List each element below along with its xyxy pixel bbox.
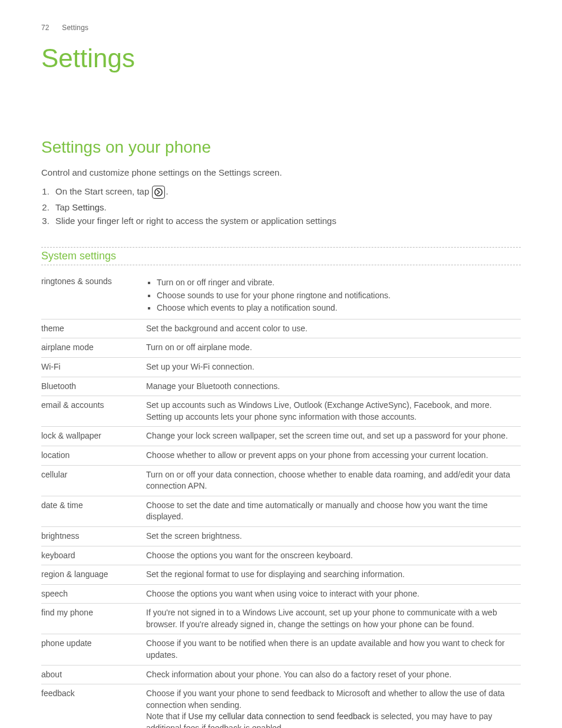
row-description: Choose if you want your phone to send fe…	[146, 684, 521, 728]
table-row: brightnessSet the screen brightness.	[41, 526, 521, 546]
table-row: lock & wallpaperChange your lock screen …	[41, 427, 521, 446]
page-number: 72	[41, 24, 49, 32]
row-description: Choose the options you want when using v…	[146, 584, 521, 604]
table-row: cellularTurn on or off your data connect…	[41, 465, 521, 496]
row-description: Set the regional format to use for displ…	[146, 565, 521, 585]
table-row: locationChoose whether to allow or preve…	[41, 446, 521, 465]
subsection-heading: System settings	[41, 247, 521, 265]
feedback-line2-bold: Use my cellular data connection to send …	[189, 711, 371, 721]
step-2-bold: Settings	[72, 202, 104, 212]
row-description: Set the background and accent color to u…	[146, 319, 521, 338]
row-description: Turn on or off your data connection, cho…	[146, 465, 521, 496]
page-title: Settings	[41, 44, 521, 73]
table-row: keyboardChoose the options you want for …	[41, 546, 521, 565]
row-description: Choose to set the date and time automati…	[146, 496, 521, 526]
row-label: brightness	[41, 526, 146, 546]
row-description: Change your lock screen wallpaper, set t…	[146, 427, 521, 446]
table-row: aboutCheck information about your phone.…	[41, 665, 521, 684]
row-label: phone update	[41, 634, 146, 665]
table-row: speechChoose the options you want when u…	[41, 584, 521, 604]
step-1: On the Start screen, tap .	[52, 186, 521, 199]
table-row: phone updateChoose if you want to be not…	[41, 634, 521, 665]
feedback-line2: Note that if Use my cellular data connec…	[146, 711, 516, 728]
table-row: date & timeChoose to set the date and ti…	[41, 496, 521, 526]
row-label: location	[41, 446, 146, 465]
row-label: Wi-Fi	[41, 357, 146, 377]
running-title: Settings	[62, 24, 88, 32]
list-item: Choose sounds to use for your phone ring…	[157, 290, 516, 302]
row-description: Set up your Wi-Fi connection.	[146, 357, 521, 377]
table-row: themeSet the background and accent color…	[41, 319, 521, 338]
row-bullets: Turn on or off ringer and vibrate.Choose…	[146, 277, 516, 314]
table-row: Wi-FiSet up your Wi-Fi connection.	[41, 357, 521, 377]
row-label: find my phone	[41, 604, 146, 634]
row-label: theme	[41, 319, 146, 338]
row-label: lock & wallpaper	[41, 427, 146, 446]
row-description: Choose if you want to be notified when t…	[146, 634, 521, 665]
table-row: feedbackChoose if you want your phone to…	[41, 684, 521, 728]
steps-list: On the Start screen, tap . Tap Settings.…	[52, 186, 521, 226]
arrow-right-circle-icon	[152, 186, 165, 199]
step-2-suffix: .	[104, 202, 107, 212]
row-label: region & language	[41, 565, 146, 585]
feedback-line2-prefix: Note that if	[146, 711, 189, 721]
row-description: Turn on or off airplane mode.	[146, 338, 521, 358]
row-description: Set up accounts such as Windows Live, Ou…	[146, 396, 521, 427]
step-3: Slide your finger left or right to acces…	[52, 216, 521, 226]
svg-point-0	[155, 189, 162, 196]
settings-table: ringtones & soundsTurn on or off ringer …	[41, 272, 521, 728]
table-row: airplane modeTurn on or off airplane mod…	[41, 338, 521, 358]
intro-paragraph: Control and customize phone settings on …	[41, 167, 521, 177]
row-label: email & accounts	[41, 396, 146, 427]
row-description: Check information about your phone. You …	[146, 665, 521, 684]
row-label: speech	[41, 584, 146, 604]
row-description: Choose whether to allow or prevent apps …	[146, 446, 521, 465]
list-item: Choose which events to play a notificati…	[157, 302, 516, 314]
row-description: Turn on or off ringer and vibrate.Choose…	[146, 272, 521, 319]
step-2: Tap Settings.	[52, 202, 521, 212]
feedback-line1: Choose if you want your phone to send fe…	[146, 688, 516, 711]
row-description: If you're not signed in to a Windows Liv…	[146, 604, 521, 634]
table-row: BluetoothManage your Bluetooth connectio…	[41, 377, 521, 396]
step-1-prefix: On the Start screen, tap	[55, 186, 151, 196]
row-description: Manage your Bluetooth connections.	[146, 377, 521, 396]
step-1-suffix: .	[166, 186, 168, 196]
list-item: Turn on or off ringer and vibrate.	[157, 277, 516, 289]
row-description: Set the screen brightness.	[146, 526, 521, 546]
page-header: 72 Settings	[41, 24, 521, 32]
table-row: region & languageSet the regional format…	[41, 565, 521, 585]
table-row: ringtones & soundsTurn on or off ringer …	[41, 272, 521, 319]
row-label: airplane mode	[41, 338, 146, 358]
row-label: cellular	[41, 465, 146, 496]
row-description: Choose the options you want for the onsc…	[146, 546, 521, 565]
section-heading: Settings on your phone	[41, 138, 521, 157]
row-label: Bluetooth	[41, 377, 146, 396]
row-label: about	[41, 665, 146, 684]
table-row: email & accountsSet up accounts such as …	[41, 396, 521, 427]
step-2-prefix: Tap	[55, 202, 72, 212]
row-label: ringtones & sounds	[41, 272, 146, 319]
row-label: keyboard	[41, 546, 146, 565]
row-label: feedback	[41, 684, 146, 728]
document-page: 72 Settings Settings Settings on your ph…	[0, 0, 562, 728]
row-label: date & time	[41, 496, 146, 526]
table-row: find my phoneIf you're not signed in to …	[41, 604, 521, 634]
